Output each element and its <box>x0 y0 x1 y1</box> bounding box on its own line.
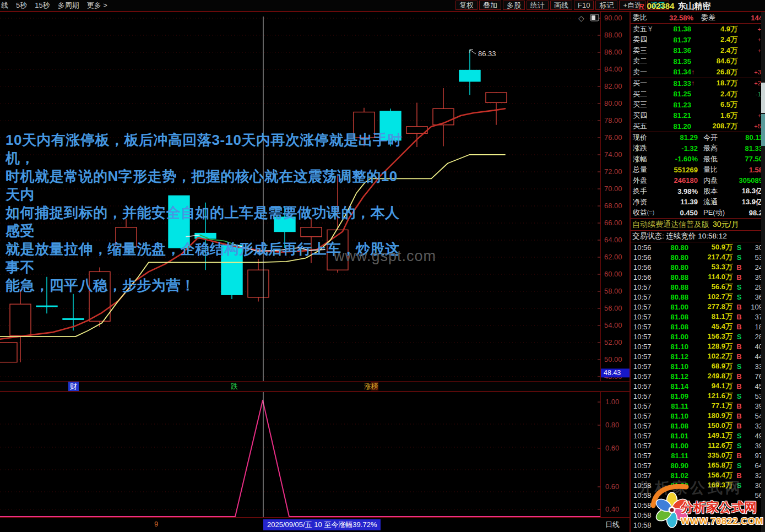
ask-row[interactable]: 卖二81.3584.6万 <box>631 56 765 67</box>
svg-text:86.00: 86.00 <box>604 48 622 56</box>
top-toolbar: 线5秒15秒多周期更多 > 复权叠加多股统计画线F10标记+自选返回 R0023… <box>0 0 765 12</box>
zhang-char: 涨 <box>364 382 371 390</box>
stock-title: R002384东山精密 <box>639 1 710 12</box>
tick-row[interactable]: 10:5780.88102.7万S36 <box>631 292 765 302</box>
tick-row[interactable]: 10:5680.88114.0万B39 <box>631 272 765 282</box>
menu-item-2[interactable]: 15秒 <box>35 1 50 10</box>
tick-row[interactable]: 10:5680.8053.3万B24 <box>631 262 765 272</box>
toolbar-button-5[interactable]: F10 <box>574 1 594 10</box>
svg-text:88.00: 88.00 <box>604 31 622 39</box>
tick-row[interactable]: 10:5781.00156.3万S28 <box>631 332 765 341</box>
tick-row[interactable]: 10:5781.12102.2万B44 <box>631 351 765 361</box>
trading-terminal: { "toolbar": { "left_items": ["线", "5秒",… <box>0 0 765 532</box>
bid-row[interactable]: 买三81.236.5万 <box>631 100 765 111</box>
quote-row: 总量551269量比1.58 <box>631 165 765 176</box>
svg-text:54.00: 54.00 <box>604 321 622 329</box>
tick-row[interactable]: 10:5781.08150.0万B32 <box>631 421 765 431</box>
quote-row: 收益㈡0.450PE(动)98.2 <box>631 208 765 219</box>
svg-text:0.80: 0.80 <box>605 421 619 429</box>
svg-text:68.00: 68.00 <box>604 202 622 210</box>
weibi-label: 委比 <box>631 13 659 23</box>
stock-name: 东山精密 <box>677 1 710 10</box>
toolbar-button-3[interactable]: 统计 <box>527 1 549 10</box>
svg-text:86.33: 86.33 <box>478 50 496 58</box>
indicator-tag-zhangbang[interactable]: 涨榜 <box>364 382 378 391</box>
svg-text:48.43: 48.43 <box>604 369 621 377</box>
period-label[interactable]: 日线 <box>605 520 620 530</box>
menu-item-3[interactable]: 多周期 <box>58 1 79 10</box>
weicha-label: 委差 <box>693 13 751 23</box>
panel-scrollbar[interactable] <box>761 12 765 532</box>
svg-text:70.00: 70.00 <box>604 184 622 193</box>
tick-row[interactable]: 10:5781.09121.6万S53 <box>631 391 765 401</box>
ask-row[interactable]: 卖三81.362.4万+3 <box>631 45 765 56</box>
indicator-tag-die[interactable]: 跌 <box>231 382 238 391</box>
quote-row: 涨幅-1.60%最低77.50 <box>631 154 765 165</box>
menu-item-0[interactable]: 线 <box>1 1 8 10</box>
status-bar: 9 2025/09/05/五 10 至今涨幅39.72% 日线 <box>0 518 630 532</box>
trade-status: 交易状态: 连续竞价 10:58:12 <box>631 231 765 242</box>
ask-row[interactable]: 卖四81.372.4万+3 <box>631 35 765 46</box>
scrollbar-thumb[interactable] <box>761 83 765 113</box>
lower-indicator-chart[interactable]: 1.000.800.600.600.40 <box>0 392 630 518</box>
svg-text:90.00: 90.00 <box>604 14 622 22</box>
tick-row[interactable]: 10:5781.1177.1万B39 <box>631 401 765 411</box>
svg-text:58.00: 58.00 <box>604 287 622 295</box>
tick-row[interactable]: 10:5781.10128.9万B40 <box>631 341 765 351</box>
svg-text:50.00: 50.00 <box>604 355 622 363</box>
tick-row[interactable]: 10:5780.8856.6万S28 <box>631 282 765 292</box>
svg-text:◇: ◇ <box>578 14 584 23</box>
svg-text:0.60: 0.60 <box>605 444 619 452</box>
quote-row: 涨跌-1.32最高81.33 <box>631 143 765 154</box>
main-candlestick-chart[interactable]: 90.0088.0086.0084.0082.0080.0078.0076.00… <box>0 12 630 381</box>
tick-row[interactable]: 10:5781.11335.0万B97 <box>631 450 765 460</box>
toolbar-button-0[interactable]: 复权 <box>455 1 478 10</box>
scrollbar-thumb-secondary[interactable] <box>761 114 765 146</box>
tick-row[interactable]: 10:5781.1494.1万B45 <box>631 381 765 391</box>
tick-row[interactable]: 10:5781.00112.6万S39 <box>631 441 765 450</box>
quote-row: 外盘246180内盘305089 <box>631 175 765 186</box>
tick-row[interactable]: 10:5781.10180.9万B54 <box>631 411 765 421</box>
stock-code: 002384 <box>647 1 674 10</box>
menu-item-4[interactable]: 更多 > <box>87 1 107 10</box>
tick-row[interactable]: 10:5680.80217.4万S53 <box>631 252 765 262</box>
svg-text:56.00: 56.00 <box>604 304 622 312</box>
svg-text:72.00: 72.00 <box>604 167 622 176</box>
subscription-notice[interactable]: 自动续费通达信普及版 30元/月 <box>631 219 765 230</box>
bar-count: 9 <box>154 520 158 528</box>
svg-text:52.00: 52.00 <box>604 338 622 346</box>
tick-row[interactable]: 10:5781.01149.1万S49 <box>631 431 765 441</box>
tick-row[interactable]: 10:5781.12249.8万B76 <box>631 371 765 381</box>
tick-row[interactable]: 10:5781.00277.8万B109 <box>631 302 765 312</box>
quote-row: 现价81.29今开80.11 <box>631 132 765 143</box>
menu-item-1[interactable]: 5秒 <box>16 1 27 10</box>
svg-text:64.00: 64.00 <box>604 236 622 244</box>
quote-details: 现价81.29今开80.11涨跌-1.32最高81.33涨幅-1.60%最低77… <box>631 132 765 218</box>
svg-text:0.60: 0.60 <box>605 482 619 491</box>
indicator-tag-cai[interactable]: 财 <box>68 382 79 391</box>
tick-row[interactable]: 10:5781.0845.4万B18 <box>631 322 765 332</box>
toolbar-button-2[interactable]: 多股 <box>503 1 525 10</box>
ask-row[interactable]: 卖一81.34↑26.8万+33 <box>631 67 765 78</box>
tick-row[interactable]: 10:5680.8050.9万S30 <box>631 242 765 252</box>
ask-row[interactable]: 卖五¥81.384.9万+6 <box>631 24 765 35</box>
bang-char: 榜 <box>371 382 378 390</box>
toolbar-button-6[interactable]: 标记 <box>595 1 617 10</box>
crosshair-date-info: 2025/09/05/五 10 至今涨幅39.72% <box>263 519 381 530</box>
tick-row[interactable]: 10:5781.0881.1万B37 <box>631 312 765 322</box>
bid-row[interactable]: 买五81.20208.7万+56 <box>631 121 765 132</box>
toolbar-button-4[interactable]: 画线 <box>550 1 572 10</box>
bid-row[interactable]: 买二81.252.4万-17 <box>631 89 765 100</box>
svg-text:0.40: 0.40 <box>605 505 619 513</box>
svg-text:76.00: 76.00 <box>604 133 622 142</box>
bid-row[interactable]: 买一81.33↑18.7万+23 <box>631 78 765 89</box>
toolbar-button-1[interactable]: 叠加 <box>479 1 501 10</box>
bid-levels: 买一81.33↑18.7万+23买二81.252.4万-17买三81.236.5… <box>631 78 765 132</box>
bid-row[interactable]: 买四81.211.6万+1 <box>631 110 765 121</box>
indicator-label-row: 财 跌 涨榜 <box>0 381 630 392</box>
logo-site-url: WWW.70822.COM <box>681 516 763 527</box>
svg-text:74.00: 74.00 <box>604 150 622 159</box>
tick-row[interactable]: 10:5781.1068.9万S33 <box>631 361 765 371</box>
vendor-logo: 分析家公式网 WWW.70822.COM <box>650 468 765 531</box>
ask-levels: 卖五¥81.384.9万+6卖四81.372.4万+3卖三81.362.4万+3… <box>631 24 765 78</box>
